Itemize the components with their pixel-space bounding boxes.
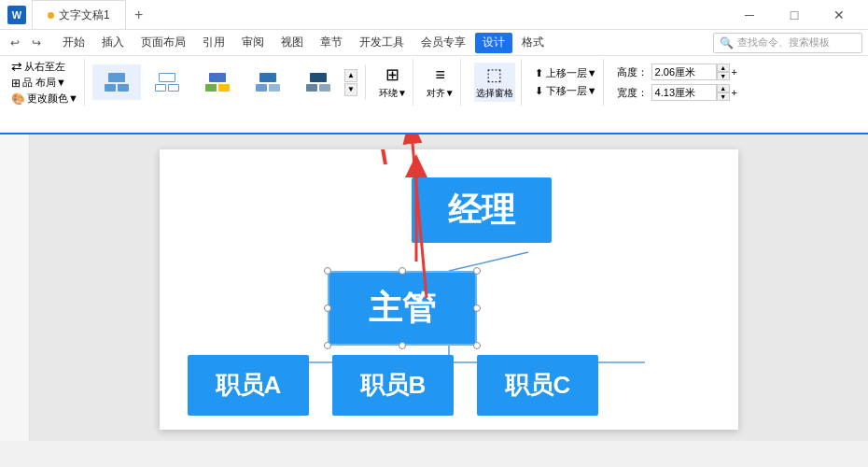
width-input[interactable]: 4.13厘米 bbox=[651, 84, 717, 101]
employee-b-label: 职员B bbox=[360, 369, 427, 402]
width-down[interactable]: ▼ bbox=[717, 92, 730, 101]
ribbon-group-align: ≡ 对齐▼ bbox=[421, 59, 461, 106]
employee-c-label: 职员C bbox=[505, 369, 571, 402]
style-thumb-1[interactable] bbox=[92, 64, 141, 100]
height-label: 高度： bbox=[617, 65, 648, 79]
style-scroll-up[interactable]: ▲ bbox=[344, 69, 357, 82]
right-to-left-btn[interactable]: ⇄ 从右至左 bbox=[11, 59, 65, 74]
svg-line-0 bbox=[449, 252, 528, 271]
red-arrow-indicator bbox=[368, 149, 387, 164]
style-thumb-3[interactable] bbox=[193, 64, 242, 100]
window-controls: ─ □ ✕ bbox=[728, 0, 861, 30]
height-up[interactable]: ▲ bbox=[717, 64, 730, 72]
move-up-btn[interactable]: ⬆上移一层▼ bbox=[535, 66, 597, 80]
supervisor-box[interactable]: 主管 bbox=[328, 271, 477, 346]
align-btn[interactable]: ≡ 对齐▼ bbox=[427, 65, 455, 100]
manager-box[interactable]: 经理 bbox=[412, 177, 552, 243]
menu-developer[interactable]: 开发工具 bbox=[352, 33, 412, 53]
doc-area[interactable]: 经理 主管 ⊞ ⊟ ⋮ bbox=[30, 134, 868, 441]
tab-dot bbox=[48, 12, 54, 19]
width-up[interactable]: ▲ bbox=[717, 84, 730, 92]
width-label: 宽度： bbox=[617, 86, 648, 100]
document-page: 经理 主管 ⊞ ⊟ ⋮ bbox=[160, 149, 738, 430]
search-box[interactable]: 🔍 查找命令、搜索模板 bbox=[713, 33, 862, 53]
width-prop: 宽度： 4.13厘米 ▲ ▼ + bbox=[617, 84, 737, 101]
wrap-btn[interactable]: ⊞ 环绕▼ bbox=[379, 64, 407, 100]
ribbon-group-actions: ⊞ 环绕▼ bbox=[373, 59, 413, 106]
menu-section[interactable]: 章节 bbox=[313, 33, 350, 53]
style-scroll-down[interactable]: ▼ bbox=[344, 83, 357, 96]
style-thumbnails-group: ▲ ▼ bbox=[92, 64, 366, 100]
menu-layout[interactable]: 页面布局 bbox=[133, 33, 193, 53]
move-down-btn[interactable]: ⬇下移一层▼ bbox=[535, 84, 597, 98]
menu-insert[interactable]: 插入 bbox=[94, 33, 132, 53]
ribbon-group-props: 高度： 2.06厘米 ▲ ▼ + 宽度： 4.13厘米 bbox=[611, 59, 743, 106]
style-thumb-2[interactable] bbox=[143, 64, 191, 100]
height-down[interactable]: ▼ bbox=[717, 72, 730, 80]
quick-access-toolbar: ↩ ↪ bbox=[6, 34, 46, 52]
layout-label: 品 布局▼ bbox=[22, 76, 66, 90]
title-bar: W 文字文稿1 + ─ □ ✕ bbox=[0, 0, 868, 30]
undo-button[interactable]: ↩ bbox=[6, 34, 24, 52]
add-tab-button[interactable]: + bbox=[126, 2, 152, 28]
style-scroll-btns: ▲ ▼ bbox=[344, 69, 357, 96]
supervisor-label: 主管 bbox=[369, 286, 436, 332]
doc-tab[interactable]: 文字文稿1 bbox=[32, 0, 126, 29]
height-input[interactable]: 2.06厘米 bbox=[651, 64, 717, 80]
maximize-button[interactable]: □ bbox=[773, 0, 816, 30]
select-pane-btn[interactable]: ⬚ 选择窗格 bbox=[474, 63, 515, 102]
width-plus[interactable]: + bbox=[732, 87, 737, 98]
color-label: 更改颜色▼ bbox=[27, 92, 78, 106]
menu-vip[interactable]: 会员专享 bbox=[413, 33, 473, 53]
doc-tab-title: 文字文稿1 bbox=[59, 7, 110, 23]
menu-references[interactable]: 引用 bbox=[195, 33, 232, 53]
left-ruler bbox=[0, 134, 30, 441]
layout-btn[interactable]: ⊞ 品 布局▼ bbox=[11, 76, 66, 90]
employee-b-box[interactable]: 职员B bbox=[332, 355, 454, 416]
ribbon-group-select: ⬚ 选择窗格 bbox=[469, 59, 522, 106]
employee-a-box[interactable]: 职员A bbox=[188, 355, 309, 416]
menu-format[interactable]: 格式 bbox=[514, 33, 552, 53]
app-icon: W bbox=[7, 6, 26, 24]
style-thumb-5[interactable] bbox=[294, 64, 343, 100]
ribbon-group-layout: ⇄ 从右至左 ⊞ 品 布局▼ 🎨 更改颜色▼ bbox=[6, 59, 85, 106]
search-placeholder: 查找命令、搜索模板 bbox=[737, 35, 830, 50]
employee-a-label: 职员A bbox=[216, 369, 282, 402]
height-plus[interactable]: + bbox=[732, 66, 737, 78]
menu-bar: ↩ ↪ 开始 插入 页面布局 引用 审阅 视图 章节 开发工具 会员专享 设计 … bbox=[0, 30, 868, 56]
menu-review[interactable]: 审阅 bbox=[234, 33, 272, 53]
manager-label: 经理 bbox=[448, 188, 515, 234]
menu-view[interactable]: 视图 bbox=[273, 33, 311, 53]
height-prop: 高度： 2.06厘米 ▲ ▼ + bbox=[617, 64, 737, 80]
ribbon-group-layers: ⬆上移一层▼ ⬇下移一层▼ bbox=[529, 59, 604, 106]
menu-start[interactable]: 开始 bbox=[55, 33, 92, 53]
main-area: 经理 主管 ⊞ ⊟ ⋮ bbox=[0, 134, 868, 441]
svg-marker-7 bbox=[405, 154, 427, 177]
change-color-btn[interactable]: 🎨 更改颜色▼ bbox=[11, 92, 78, 106]
employee-c-box[interactable]: 职员C bbox=[477, 355, 598, 416]
ribbon: ⇄ 从右至左 ⊞ 品 布局▼ 🎨 更改颜色▼ bbox=[0, 56, 868, 134]
ribbon-content: ⇄ 从右至左 ⊞ 品 布局▼ 🎨 更改颜色▼ bbox=[0, 56, 868, 108]
rtl-label: 从右至左 bbox=[24, 60, 65, 74]
style-thumb-4[interactable] bbox=[244, 64, 292, 100]
tab-bar: 文字文稿1 + bbox=[32, 0, 728, 29]
close-button[interactable]: ✕ bbox=[818, 0, 861, 30]
redo-button[interactable]: ↪ bbox=[27, 34, 46, 52]
minimize-button[interactable]: ─ bbox=[728, 0, 771, 30]
menu-design[interactable]: 设计 bbox=[475, 33, 512, 53]
